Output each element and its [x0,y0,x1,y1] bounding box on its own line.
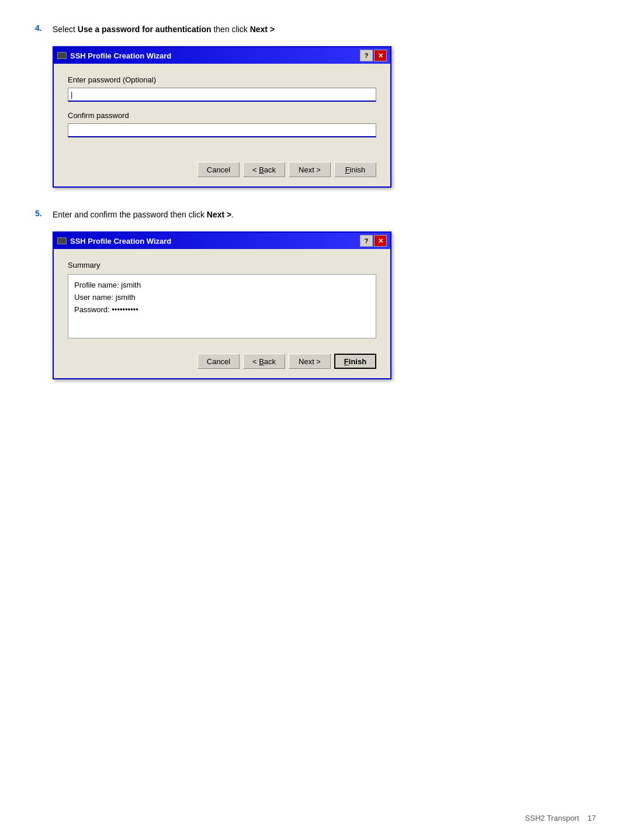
step-5-text-next: Next > [207,210,231,219]
dialog-1-footer: Cancel < Back Next > Finish [54,156,390,186]
dialog-2-close-button[interactable]: ✕ [374,235,387,247]
step-4-text: Select Use a password for authentication… [53,23,596,36]
dialog-1-next-button[interactable]: Next > [289,162,331,177]
dialog-1-body: Enter password (Optional) Confirm passwo… [54,64,390,156]
dialog-2-finish-button[interactable]: Finish [334,354,376,369]
step-5-number: 5. [35,209,53,218]
footer-text: SSH2 Transport [525,814,580,822]
dialog-2-user-line: User name: jsmith [74,292,370,304]
dialog-2-back-button[interactable]: < Back [243,354,285,369]
dialog-1: SSH Profile Creation Wizard ? ✕ Enter pa… [53,46,391,188]
dialog-2-titlebar-left: SSH Profile Creation Wizard [57,237,171,246]
dialog-1-titlebar-left: SSH Profile Creation Wizard [57,51,171,60]
dialog-1-back-button[interactable]: < Back [243,162,285,177]
dialog-1-password-input[interactable] [68,88,376,102]
step-4-text-before: Select [53,25,78,34]
dialog-1-field2-label: Confirm password [68,111,376,120]
dialog-2-cancel-button[interactable]: Cancel [197,354,240,369]
dialog-1-title-icon [57,52,67,59]
dialog-2-footer: Cancel < Back Next > Finish [54,348,390,378]
dialog-2-title-text: SSH Profile Creation Wizard [70,237,171,246]
step-4: 4. Select Use a password for authenticat… [35,23,596,188]
dialog-2-titlebar-buttons: ? ✕ [360,235,387,247]
dialog-2-help-button[interactable]: ? [360,235,373,247]
dialog-1-titlebar: SSH Profile Creation Wizard ? ✕ [54,47,390,64]
dialog-2-profile-line: Profile name: jsmith [74,279,370,292]
page-footer: SSH2 Transport 17 [525,814,596,822]
dialog-2-title-icon [57,237,67,244]
dialog-1-confirm-input[interactable] [68,123,376,137]
dialog-2-next-button[interactable]: Next > [289,354,331,369]
dialog-1-titlebar-buttons: ? ✕ [360,50,387,61]
step-5-content: Enter and confirm the password then clic… [53,209,596,379]
step-4-text-bold: Use a password for authentication [78,25,212,34]
page-content: 4. Select Use a password for authenticat… [35,23,596,379]
dialog-1-help-button[interactable]: ? [360,50,373,61]
dialog-2: SSH Profile Creation Wizard ? ✕ Summary … [53,231,391,379]
dialog-2-summary-label: Summary [68,261,376,269]
dialog-1-finish-button[interactable]: Finish [334,162,376,177]
dialog-2-titlebar: SSH Profile Creation Wizard ? ✕ [54,233,390,249]
dialog-2-body: Summary Profile name: jsmith User name: … [54,249,390,348]
step-4-number: 4. [35,23,53,33]
step-4-text-after: then click [212,25,250,34]
dialog-1-field1-label: Enter password (Optional) [68,75,376,84]
step-4-content: Select Use a password for authentication… [53,23,596,188]
step-5: 5. Enter and confirm the password then c… [35,209,596,379]
dialog-1-close-button[interactable]: ✕ [374,50,387,61]
dialog-1-title-text: SSH Profile Creation Wizard [70,51,171,60]
dialog-2-summary-box: Profile name: jsmith User name: jsmith P… [68,274,376,338]
dialog-2-password-line: Password: •••••••••• [74,304,370,316]
step-4-text-next: Next > [250,25,275,34]
step-5-text-before: Enter and confirm the password then clic… [53,210,207,219]
step-5-text: Enter and confirm the password then clic… [53,209,596,221]
step-5-text-period: . [231,210,234,219]
dialog-1-cancel-button[interactable]: Cancel [197,162,240,177]
footer-page: 17 [588,814,596,822]
